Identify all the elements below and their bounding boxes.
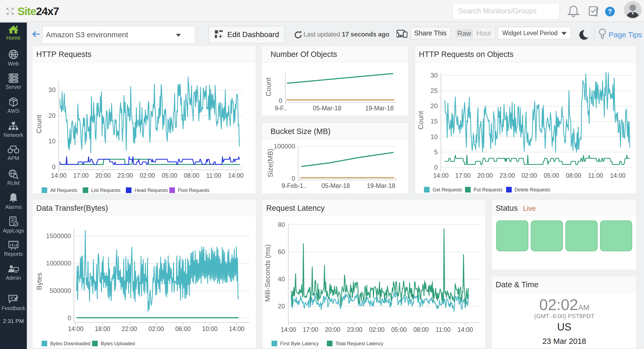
svg-text:15: 15 <box>430 118 438 125</box>
svg-text:06:00: 06:00 <box>175 325 191 332</box>
svg-text:11:00: 11:00 <box>206 172 221 179</box>
svg-text:500000: 500000 <box>50 287 71 294</box>
svg-text:0: 0 <box>68 314 71 322</box>
svg-text:23:00: 23:00 <box>499 172 515 179</box>
svg-text:22:00: 22:00 <box>122 325 137 332</box>
svg-text:0: 0 <box>52 163 56 170</box>
svg-text:02:00: 02:00 <box>148 325 164 332</box>
svg-text:17:00: 17:00 <box>73 172 89 179</box>
svg-text:23:00: 23:00 <box>118 172 133 179</box>
svg-text:List Requests: List Requests <box>91 188 120 193</box>
svg-text:14:00: 14:00 <box>281 326 296 333</box>
svg-text:10: 10 <box>48 137 56 145</box>
svg-text:20:00: 20:00 <box>95 172 111 179</box>
svg-text:10:00: 10:00 <box>202 325 218 332</box>
svg-text:All Requests: All Requests <box>50 188 77 193</box>
svg-text:08:00: 08:00 <box>566 172 581 179</box>
svg-text:20:00: 20:00 <box>325 326 341 333</box>
svg-text:1000000: 1000000 <box>46 260 71 267</box>
svg-text:14:00: 14:00 <box>68 325 83 332</box>
svg-text:30: 30 <box>48 86 56 93</box>
svg-text:02:00: 02:00 <box>369 326 385 333</box>
svg-text:Count: Count <box>35 115 43 133</box>
svg-text:40: 40 <box>278 275 285 283</box>
svg-text:9-F..: 9-F.. <box>275 105 287 112</box>
svg-text:14:00: 14:00 <box>610 172 625 179</box>
svg-text:14:00: 14:00 <box>229 325 244 332</box>
svg-text:14:00: 14:00 <box>228 172 244 179</box>
svg-text:Count: Count <box>417 111 425 130</box>
svg-text:23:00: 23:00 <box>347 326 363 333</box>
svg-text:Delete Requests: Delete Requests <box>515 187 550 192</box>
svg-text:14:00: 14:00 <box>458 326 473 333</box>
svg-text:30: 30 <box>430 72 438 79</box>
svg-text:20:00: 20:00 <box>477 172 493 179</box>
svg-text:10: 10 <box>430 133 438 140</box>
svg-text:19-Mar-18: 19-Mar-18 <box>367 182 395 189</box>
svg-text:Post Requests: Post Requests <box>178 188 209 193</box>
svg-text:08:00: 08:00 <box>184 172 199 179</box>
svg-text:Bytes: Bytes <box>35 272 43 290</box>
svg-text:Bytes Uploaded: Bytes Uploaded <box>101 341 135 346</box>
svg-text:18:00: 18:00 <box>95 325 110 332</box>
svg-text:05-Mar-18: 05-Mar-18 <box>313 105 341 112</box>
svg-text:0: 0 <box>279 97 282 104</box>
svg-text:20: 20 <box>48 112 56 119</box>
svg-text:05-Mar-18: 05-Mar-18 <box>321 182 350 189</box>
svg-text:02:00: 02:00 <box>522 172 537 179</box>
svg-text:9-Feb-1..: 9-Feb-1.. <box>281 182 306 189</box>
svg-text:05:00: 05:00 <box>162 172 177 179</box>
svg-text:80: 80 <box>278 221 285 228</box>
svg-text:20: 20 <box>430 102 438 110</box>
svg-text:60: 60 <box>278 248 285 255</box>
svg-text:05:00: 05:00 <box>391 326 407 333</box>
svg-text:Total Request Latency: Total Request Latency <box>335 341 383 346</box>
svg-text:11:00: 11:00 <box>436 326 451 333</box>
svg-text:17:00: 17:00 <box>303 326 318 333</box>
svg-text:17:00: 17:00 <box>455 172 471 179</box>
svg-text:1500000: 1500000 <box>46 232 71 239</box>
svg-text:Get Requests: Get Requests <box>433 187 462 192</box>
svg-text:Put Requests: Put Requests <box>474 187 503 192</box>
svg-text:08:00: 08:00 <box>413 326 429 333</box>
svg-text:20: 20 <box>278 303 285 310</box>
svg-text:100000: 100000 <box>274 143 295 150</box>
svg-text:11:00: 11:00 <box>588 172 603 179</box>
svg-text:14:00: 14:00 <box>433 172 449 179</box>
svg-text:Head Requests: Head Requests <box>135 188 168 193</box>
svg-text:5: 5 <box>434 148 438 156</box>
svg-text:05:00: 05:00 <box>544 172 559 179</box>
svg-text:Size(MB): Size(MB) <box>266 149 274 177</box>
svg-text:Count: Count <box>264 78 272 96</box>
svg-text:0: 0 <box>292 175 295 182</box>
svg-text:02:00: 02:00 <box>140 172 155 179</box>
svg-text:Milli-Seconds (ms): Milli-Seconds (ms) <box>264 244 272 302</box>
svg-text:Bytes Downloaded: Bytes Downloaded <box>50 341 90 346</box>
svg-text:25: 25 <box>430 87 438 94</box>
svg-text:First Byte Latency: First Byte Latency <box>280 341 319 346</box>
svg-text:0: 0 <box>434 164 438 171</box>
svg-text:14:00: 14:00 <box>51 172 67 179</box>
svg-text:19-Mar-18: 19-Mar-18 <box>365 105 394 112</box>
